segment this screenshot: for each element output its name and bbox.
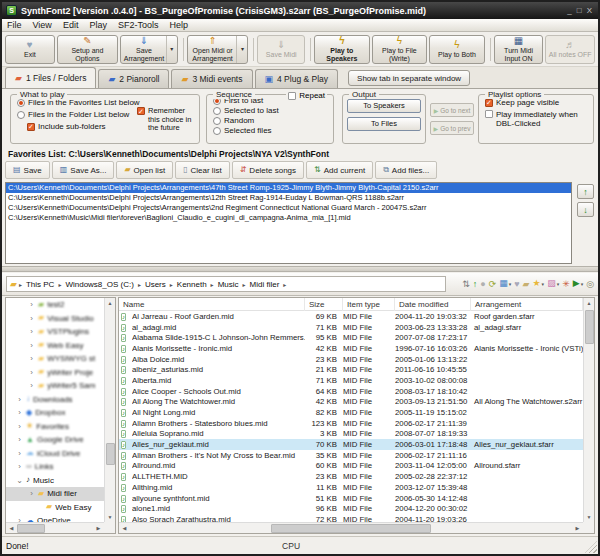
address-toolbar-button[interactable]: ▨ xyxy=(547,279,559,289)
column-header-arrangement[interactable]: Arrangement xyxy=(471,298,583,311)
tree-item[interactable]: › ↓ Downloads xyxy=(6,393,104,407)
breadcrumb-segment[interactable]: Music xyxy=(216,280,241,289)
expander-icon[interactable]: › xyxy=(16,422,23,431)
file-row[interactable]: ALLTHETH.MID 23 KB MID File 2005-02-28 2… xyxy=(119,471,583,482)
toolbar-button[interactable]: ▦ Turn Midi Input ON xyxy=(494,35,544,64)
file-row[interactable]: Alice Cooper - Schools Out.mid 64 KB MID… xyxy=(119,386,583,397)
expander-icon[interactable]: › xyxy=(28,354,35,363)
tree-item[interactable]: › ☁ OneDrive xyxy=(6,514,104,522)
address-toolbar-button[interactable]: ◎ xyxy=(586,280,594,289)
file-row[interactable]: Also Sprach Zarathustra.mid 72 KB MID Fi… xyxy=(119,514,583,522)
tree-horizontal-scrollbar[interactable]: ◀ ▶ xyxy=(6,522,104,533)
file-row[interactable]: Allamn Brothers - Statesboro blues.mid 1… xyxy=(119,418,583,429)
tree-item[interactable]: › ∞ Links xyxy=(6,460,104,474)
tree-item[interactable]: › ▰ Midi filer xyxy=(6,487,104,501)
move-up-button[interactable]: ↑ xyxy=(577,184,594,199)
favorites-toolbar-button[interactable]: ▤ Save xyxy=(5,161,50,179)
address-toolbar-button[interactable]: ✳ xyxy=(562,280,570,289)
window-control-button[interactable]: X xyxy=(587,7,592,15)
tree-item[interactable]: › ▰ yWriter5 Sam xyxy=(6,379,104,393)
breadcrumb-segment[interactable]: This PC xyxy=(24,280,56,289)
file-row[interactable]: Allthing.mid 11 KB MID File 2003-12-07 1… xyxy=(119,482,583,493)
play-immediately-checkbox[interactable]: Play immediately when DBL-Clicked xyxy=(485,110,593,128)
expander-icon[interactable]: › xyxy=(16,408,23,417)
file-row[interactable]: alone1.mid 96 KB MID File 2004-12-20 00:… xyxy=(119,503,583,514)
file-row[interactable]: Alberta.mid 71 KB MID File 2003-10-02 08… xyxy=(119,375,583,386)
tree-item[interactable]: › ▰ yWriter Proje xyxy=(6,366,104,380)
scroll-thumb[interactable] xyxy=(585,310,594,344)
title-bar[interactable]: S SynthFont2 [Version .0.4.0] - BS_Purge… xyxy=(2,2,598,19)
scroll-down-icon[interactable]: ▼ xyxy=(105,512,116,522)
tab[interactable]: ▣ 4 Plug & Play xyxy=(255,69,339,88)
scroll-thumb[interactable] xyxy=(17,524,45,533)
expander-icon[interactable]: › xyxy=(28,314,35,323)
scroll-up-icon[interactable]: ▲ xyxy=(105,298,116,308)
sequence-radio[interactable]: Selected to last xyxy=(213,106,333,115)
toolbar-button[interactable]: ⇓ Save Arrangement xyxy=(120,35,178,64)
file-row[interactable]: Allman Brothers - It's Not My Cross to B… xyxy=(119,450,583,461)
breadcrumb-segment[interactable]: Kenneth xyxy=(175,280,209,289)
favorites-list-item[interactable]: C:\Users\Kenneth\Documents\Delphi Projec… xyxy=(6,193,571,203)
expander-icon[interactable]: › xyxy=(16,462,23,471)
tab[interactable]: ▰ 3 Midi events xyxy=(171,69,252,88)
toolbar-button[interactable]: ⇓ Save Midi xyxy=(257,35,305,64)
scroll-right-icon[interactable]: ▶ xyxy=(572,523,583,533)
toolbar-button[interactable]: ϟ Play to Speakers xyxy=(314,35,370,64)
tree-item[interactable]: ⌄ ♪ Music xyxy=(6,474,104,488)
tree-item[interactable]: › ▰ test2 xyxy=(6,298,104,312)
favorites-toolbar-button[interactable]: ⇅ Add current xyxy=(306,161,373,179)
toolbar-button[interactable]: ⇑ Open Midi or Arrangement xyxy=(187,35,249,64)
go-to-next-button[interactable]: ▶ Go to next xyxy=(430,103,474,117)
expander-icon[interactable]: › xyxy=(16,395,23,404)
resize-grip[interactable] xyxy=(585,541,597,553)
expander-icon[interactable]: › xyxy=(28,327,35,336)
sequence-radio[interactable]: Selected files xyxy=(213,126,333,135)
expander-icon[interactable]: › xyxy=(16,449,23,458)
window-control-button[interactable]: _ xyxy=(567,7,571,15)
files-horizontal-scrollbar[interactable]: ◀ ▶ xyxy=(119,522,583,533)
file-row[interactable]: Alabama Slide-1915-C L Johnson-John Remm… xyxy=(119,332,583,343)
favorites-toolbar-button[interactable]: ▰ Open list xyxy=(116,161,173,179)
menu-item[interactable]: Help xyxy=(169,20,188,30)
keep-page-visible-checkbox[interactable]: Keep page visible xyxy=(485,98,593,107)
address-toolbar-button[interactable]: ↑ xyxy=(473,280,478,289)
address-toolbar-button[interactable]: ▦ xyxy=(499,279,511,289)
expander-icon[interactable]: › xyxy=(28,300,35,309)
favorites-toolbar-button[interactable]: ▯ Clear list xyxy=(175,161,230,179)
file-row[interactable]: Allround.mid 60 KB MID File 2003-11-04 1… xyxy=(119,461,583,472)
scroll-left-icon[interactable]: ◀ xyxy=(119,523,130,533)
address-toolbar-button[interactable]: ♥ xyxy=(514,280,519,289)
window-control-button[interactable]: □ xyxy=(577,7,582,15)
expander-icon[interactable]: › xyxy=(28,489,35,498)
breadcrumb-segment[interactable]: Users xyxy=(143,280,168,289)
tree-item[interactable]: › ▰ Visual Studio xyxy=(6,312,104,326)
show-tab-separate-button[interactable]: Show tab in separate window xyxy=(348,70,470,86)
tab[interactable]: ▰ 1 Files / Folders xyxy=(5,67,96,88)
expander-icon[interactable]: › xyxy=(28,341,35,350)
address-toolbar-button[interactable]: ▶ xyxy=(573,279,583,289)
tree-item[interactable]: › ★ Favorites xyxy=(6,420,104,434)
scroll-down-icon[interactable]: ▼ xyxy=(584,512,595,522)
expander-icon[interactable]: › xyxy=(28,368,35,377)
column-header-size[interactable]: Size xyxy=(305,298,343,311)
file-row[interactable]: al_adagi.mid 71 KB MID File 2003-06-23 1… xyxy=(119,322,583,333)
scroll-left-icon[interactable]: ◀ xyxy=(6,523,17,533)
scroll-right-icon[interactable]: ▶ xyxy=(93,523,104,533)
file-row[interactable]: All Along The Watchtower.mid 42 KB MID F… xyxy=(119,397,583,408)
menu-item[interactable]: Play xyxy=(89,20,107,30)
files-vertical-scrollbar[interactable]: ▲ ▼ xyxy=(583,298,594,522)
menu-item[interactable]: SF2-Tools xyxy=(118,20,159,30)
tree-item[interactable]: › ▰ WYSIWYG st xyxy=(6,352,104,366)
menu-item[interactable]: Edit xyxy=(63,20,79,30)
favorites-list-item[interactable]: C:\Users\Kenneth\Music\Midi filer\foreve… xyxy=(6,213,571,223)
splitter[interactable] xyxy=(2,266,598,272)
address-toolbar-button[interactable]: ● xyxy=(480,280,485,289)
to-files-button[interactable]: To Files xyxy=(347,117,421,131)
file-row[interactable]: allyoune synthfont.mid 51 KB MID File 20… xyxy=(119,493,583,504)
remember-choice-checkbox[interactable]: Remember this choice in the future xyxy=(137,107,195,133)
address-toolbar-button[interactable]: ★ xyxy=(533,279,545,289)
favorites-toolbar-button[interactable]: ⧉ Add files... xyxy=(375,161,437,179)
menu-item[interactable]: File xyxy=(7,20,22,30)
file-row[interactable]: Alanis Morissette - Ironic.mid 42 KB MID… xyxy=(119,343,583,354)
file-row[interactable]: albeniz_asturias.mid 21 KB MID File 2011… xyxy=(119,364,583,375)
